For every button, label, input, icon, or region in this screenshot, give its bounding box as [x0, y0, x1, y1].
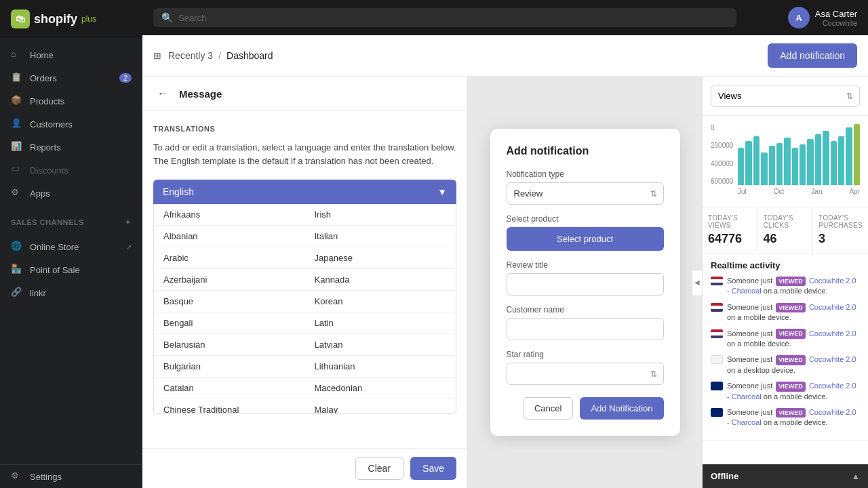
breadcrumb-separator: / [218, 50, 221, 61]
grid-icon: ⊞ [153, 50, 161, 61]
list-item: Someone just VIEWED Cocowhite 2.0 on a m… [711, 329, 860, 350]
chevron-up-icon[interactable]: ▲ [852, 472, 860, 481]
stat-clicks: TODAY'S CLICKS 46 [758, 207, 814, 253]
lang-item[interactable]: Arabic [154, 247, 305, 269]
lang-item[interactable]: Bengali [154, 312, 305, 334]
stat-clicks-label: TODAY'S CLICKS [764, 214, 808, 229]
add-notification-confirm-button[interactable]: Add Notification [580, 397, 663, 420]
sidebar-item-label: Discounts [30, 165, 68, 176]
center-area: ◀ Add notification Notification type Rev… [468, 77, 702, 488]
lang-item[interactable]: Albanian [154, 226, 305, 247]
save-button[interactable]: Save [410, 457, 456, 480]
chart-container: 600000 400000 200000 0 Jul Oct Jan Apr [711, 124, 860, 199]
activity-link[interactable]: Cocowhite 2.0 [809, 329, 856, 338]
sidebar-item-linkr[interactable]: 🔗 linkr [0, 281, 142, 304]
settings-icon: ⚙ [11, 470, 23, 483]
chart-bar [738, 148, 744, 185]
sidebar-item-settings[interactable]: ⚙ Settings [0, 465, 142, 488]
lang-item[interactable]: Catalan [154, 378, 305, 399]
sidebar-item-apps[interactable]: ⚙ Apps [0, 182, 142, 205]
chart-bar [831, 141, 837, 185]
lang-item[interactable]: Macedonian [305, 378, 456, 399]
collapse-handle[interactable]: ◀ [692, 269, 702, 296]
panel-body: TRANSLATIONS To add or edit a translatio… [142, 111, 467, 448]
stat-views-value: 64776 [708, 232, 752, 246]
lang-item[interactable]: Belarusian [154, 334, 305, 356]
panel-title: Message [179, 88, 222, 100]
chart-bar [776, 143, 783, 185]
lang-item[interactable]: Kannada [305, 269, 456, 291]
sidebar-item-online-store[interactable]: 🌐 Online Store ↗ [0, 235, 142, 258]
lang-item[interactable]: Latin [305, 312, 456, 334]
sidebar-item-label: Online Store [30, 242, 79, 252]
activity-list: Someone just VIEWED Cocowhite 2.0 - Char… [711, 276, 860, 428]
flag-gb-icon [711, 408, 723, 417]
lang-item[interactable]: Italian [305, 226, 456, 247]
breadcrumb-text: Recently 3 [168, 50, 213, 61]
star-rating-select[interactable]: 12345 [507, 363, 664, 385]
select-product-label: Select product [507, 214, 664, 224]
back-button[interactable]: ← [153, 86, 172, 101]
search-box: 🔍 [153, 8, 736, 27]
lang-item[interactable]: Korean [305, 291, 456, 312]
lang-item[interactable]: Azerbaijani [154, 269, 305, 291]
sidebar-item-discounts: 🏷 Discounts [0, 159, 142, 182]
lang-item[interactable]: Afrikaans [154, 204, 305, 226]
activity-text: Someone just VIEWED Cocowhite 2.0 on a m… [727, 329, 860, 350]
chart-bar [800, 144, 806, 185]
chart-x-labels: Jul Oct Jan Apr [711, 185, 860, 195]
sidebar-item-reports[interactable]: 📊 Reports [0, 136, 142, 159]
review-title-input[interactable] [507, 273, 664, 296]
stat-views-label: TODAY'S VIEWS [708, 214, 752, 229]
modal-title: Add notification [507, 145, 664, 157]
activity-link[interactable]: Cocowhite 2.0 [809, 303, 856, 311]
user-area: A Asa Carter Cocowhite [788, 7, 857, 28]
clear-button[interactable]: Clear [355, 457, 403, 480]
sidebar-item-orders[interactable]: 📋 Orders 2 [0, 66, 142, 89]
sidebar-item-products[interactable]: 📦 Products [0, 89, 142, 113]
lang-item[interactable]: Bulgarian [154, 356, 305, 378]
lang-item[interactable]: Malay [305, 399, 456, 414]
viewed-badge: VIEWED [776, 382, 806, 392]
star-rating-group: Star rating 12345 [507, 350, 664, 385]
viewed-badge: VIEWED [776, 408, 806, 418]
lang-item[interactable]: Irish [305, 204, 456, 226]
sidebar-item-customers[interactable]: 👤 Customers [0, 113, 142, 136]
review-title-group: Review title [507, 260, 664, 296]
message-panel: ← Message TRANSLATIONS To add or edit a … [142, 77, 468, 488]
translations-label: TRANSLATIONS [153, 125, 456, 133]
lang-item[interactable]: Japanese [305, 247, 456, 269]
modal-footer: Cancel Add Notification [507, 397, 664, 420]
customer-name-group: Customer name [507, 305, 664, 340]
sidebar-item-point-of-sale[interactable]: 🏪 Point of Sale [0, 258, 142, 281]
sales-channels-label: SALES CHANNELS ＋ [0, 210, 142, 230]
lang-item[interactable]: Chinese Traditional [154, 399, 305, 414]
cancel-button[interactable]: Cancel [523, 397, 573, 420]
lang-item[interactable]: Latvian [305, 334, 456, 356]
stat-views: TODAY'S VIEWS 64776 [703, 207, 758, 253]
main-nav: ⌂ Home 📋 Orders 2 📦 Products 👤 Customers… [0, 38, 142, 210]
stats-row: TODAY'S VIEWS 64776 TODAY'S CLICKS 46 TO… [703, 207, 868, 253]
realtime-title: Realtime activity [711, 260, 860, 270]
select-product-button[interactable]: Select product [507, 227, 664, 251]
sidebar-item-label: linkr [30, 288, 46, 298]
sidebar: 🛍 shopify plus ⌂ Home 📋 Orders 2 📦 Produ… [0, 0, 142, 488]
home-icon: ⌂ [11, 49, 23, 61]
lang-item[interactable]: Lithuanian [305, 356, 456, 378]
search-input[interactable] [178, 13, 728, 23]
add-notification-button[interactable]: Add notification [768, 43, 857, 68]
activity-link[interactable]: Cocowhite 2.0 [809, 355, 856, 363]
viewed-badge: VIEWED [776, 355, 806, 365]
language-list: Afrikaans Irish Albanian Italian Arabic … [153, 204, 456, 414]
views-select[interactable]: Views Clicks Purchases [711, 85, 860, 107]
chart-y-labels: 600000 400000 200000 0 [711, 124, 733, 185]
lang-item[interactable]: Basque [154, 291, 305, 312]
shopify-logo-icon: 🛍 [11, 9, 30, 28]
notification-type-select[interactable]: Review Purchase Signup [507, 182, 664, 205]
customer-name-input[interactable] [507, 318, 664, 340]
orders-icon: 📋 [11, 72, 23, 84]
sidebar-item-home[interactable]: ⌂ Home [0, 43, 142, 66]
add-channel-icon[interactable]: ＋ [124, 217, 132, 227]
language-dropdown-button[interactable]: English ▼ [153, 180, 456, 204]
notification-type-select-wrapper: Review Purchase Signup [507, 182, 664, 205]
